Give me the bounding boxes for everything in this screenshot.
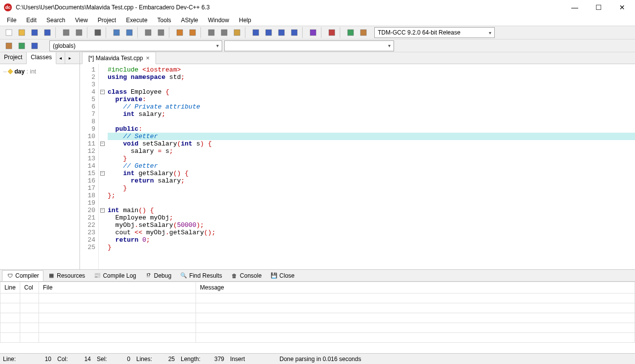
compiler-combo[interactable]: TDM-GCC 9.2.0 64-bit Release▾ xyxy=(374,27,495,38)
code-line[interactable]: int salary; xyxy=(108,110,635,118)
minimize-button[interactable]: — xyxy=(568,2,582,12)
bookmark-button[interactable] xyxy=(142,27,154,38)
table-row[interactable] xyxy=(0,323,635,333)
stop-button[interactable] xyxy=(231,27,243,38)
cut-button[interactable] xyxy=(60,27,72,38)
run-button[interactable] xyxy=(218,27,230,38)
menu-view[interactable]: View xyxy=(71,16,92,25)
table-row[interactable] xyxy=(0,303,635,313)
code-line[interactable]: salary = s; xyxy=(108,147,635,155)
code-editor[interactable]: 1234567891011121314151617181920212223242… xyxy=(80,64,635,269)
output-tab-compile-log[interactable]: 📰Compile Log xyxy=(89,270,140,281)
replace-button[interactable] xyxy=(123,27,135,38)
close-button[interactable]: ✕ xyxy=(615,2,629,12)
menu-search[interactable]: Search xyxy=(42,16,69,25)
check-button[interactable] xyxy=(307,27,319,38)
code-line[interactable]: int main() { xyxy=(108,207,635,214)
scope-combo[interactable]: (globals) ▾ xyxy=(49,40,222,51)
menu-tools[interactable]: Tools xyxy=(154,16,175,25)
cancel-button[interactable] xyxy=(326,27,338,38)
code-line[interactable]: // Getter xyxy=(108,162,635,170)
svg-rect-0 xyxy=(6,30,12,36)
code-line[interactable]: myObj.setSalary(50000); xyxy=(108,221,635,229)
column-line[interactable]: Line xyxy=(0,282,20,293)
code-line[interactable]: return salary; xyxy=(108,177,635,184)
table-row[interactable] xyxy=(0,313,635,323)
output-tab-debug[interactable]: ⁉Debug xyxy=(141,270,176,281)
sidebar-tab-classes[interactable]: Classes xyxy=(27,52,56,64)
grid2-button[interactable] xyxy=(263,27,275,38)
code-line[interactable]: // Setter xyxy=(108,133,635,140)
code-line[interactable]: cout << myObj.getSalary(); xyxy=(108,229,635,236)
code-line[interactable]: }; xyxy=(108,192,635,199)
output-tab-resources[interactable]: ▦Resources xyxy=(43,270,89,281)
code-line[interactable]: // Private attribute xyxy=(108,103,635,110)
column-file[interactable]: File xyxy=(39,282,196,293)
code-line[interactable]: return 0; xyxy=(108,236,635,244)
output-tab-close[interactable]: 💾Close xyxy=(266,270,299,281)
code-line[interactable]: public: xyxy=(108,125,635,133)
output-tab-compiler[interactable]: 🛡Compiler xyxy=(2,270,43,281)
tree-item[interactable]: ···· day : int xyxy=(2,67,78,76)
saveall-button[interactable] xyxy=(41,27,53,38)
sidebar-nav-prev[interactable]: ◂ xyxy=(56,52,65,64)
code-line[interactable]: int getSalary() { xyxy=(108,170,635,177)
column-message[interactable]: Message xyxy=(196,282,635,293)
find-button[interactable] xyxy=(111,27,122,38)
insert-button[interactable] xyxy=(357,27,369,38)
code-line[interactable]: void setSalary(int s) { xyxy=(108,140,635,147)
fold-toggle[interactable]: − xyxy=(99,170,106,177)
fold-toggle[interactable]: − xyxy=(99,207,106,214)
code-line[interactable]: using namespace std; xyxy=(108,73,635,81)
undo-button[interactable] xyxy=(174,27,186,38)
save-button[interactable] xyxy=(29,27,40,38)
code-line[interactable]: } xyxy=(108,155,635,162)
code-line[interactable]: private: xyxy=(108,96,635,103)
code-line[interactable]: } xyxy=(108,244,635,251)
menu-project[interactable]: Project xyxy=(94,16,120,25)
compiler-grid[interactable]: LineColFileMessage xyxy=(0,282,635,353)
file-tab[interactable]: [*] Malavida Test.cpp × xyxy=(82,52,156,64)
class-browser[interactable]: ···· day : int xyxy=(0,64,79,269)
chart-button[interactable] xyxy=(345,27,357,38)
copy-button[interactable] xyxy=(73,27,85,38)
code-line[interactable] xyxy=(108,199,635,207)
code-line[interactable]: } xyxy=(108,184,635,192)
code-line[interactable] xyxy=(108,81,635,88)
sidebar-nav-next[interactable]: ▸ xyxy=(65,52,74,64)
grid1-button[interactable] xyxy=(250,27,262,38)
redo-button[interactable] xyxy=(187,27,198,38)
bookmarks-button[interactable] xyxy=(155,27,167,38)
code-line[interactable] xyxy=(108,118,635,125)
grid4-button[interactable] xyxy=(288,27,300,38)
code-line[interactable]: class Employee { xyxy=(108,88,635,96)
maximize-button[interactable]: ☐ xyxy=(592,2,605,12)
output-tab-console[interactable]: 🗑Console xyxy=(227,270,266,281)
menu-execute[interactable]: Execute xyxy=(122,16,151,25)
menu-astyle[interactable]: AStyle xyxy=(177,16,202,25)
menu-help[interactable]: Help xyxy=(235,16,255,25)
goto-decl-button[interactable] xyxy=(16,40,28,51)
new-button[interactable] xyxy=(3,27,15,38)
code-line[interactable]: Employee myObj; xyxy=(108,214,635,221)
open-button[interactable] xyxy=(16,27,28,38)
members-combo[interactable]: ▾ xyxy=(224,40,394,51)
fold-toggle[interactable]: − xyxy=(99,88,106,96)
code-body[interactable]: #include <iostream>using namespace std; … xyxy=(106,64,635,269)
fold-toggle[interactable]: − xyxy=(99,140,106,147)
compile-button[interactable] xyxy=(205,27,217,38)
goto-def-button[interactable] xyxy=(3,40,15,51)
menu-file[interactable]: File xyxy=(3,16,20,25)
table-row[interactable] xyxy=(0,293,635,303)
table-row[interactable] xyxy=(0,333,635,343)
toggle-panel-button[interactable] xyxy=(29,40,40,51)
column-col[interactable]: Col xyxy=(20,282,39,293)
grid3-button[interactable] xyxy=(276,27,287,38)
menu-edit[interactable]: Edit xyxy=(22,16,40,25)
menu-window[interactable]: Window xyxy=(204,16,233,25)
close-icon[interactable]: × xyxy=(146,54,150,62)
code-line[interactable]: #include <iostream> xyxy=(108,66,635,73)
sidebar-tab-project[interactable]: Project xyxy=(0,52,27,64)
output-tab-find-results[interactable]: 🔍Find Results xyxy=(176,270,227,281)
print-button[interactable] xyxy=(92,27,104,38)
